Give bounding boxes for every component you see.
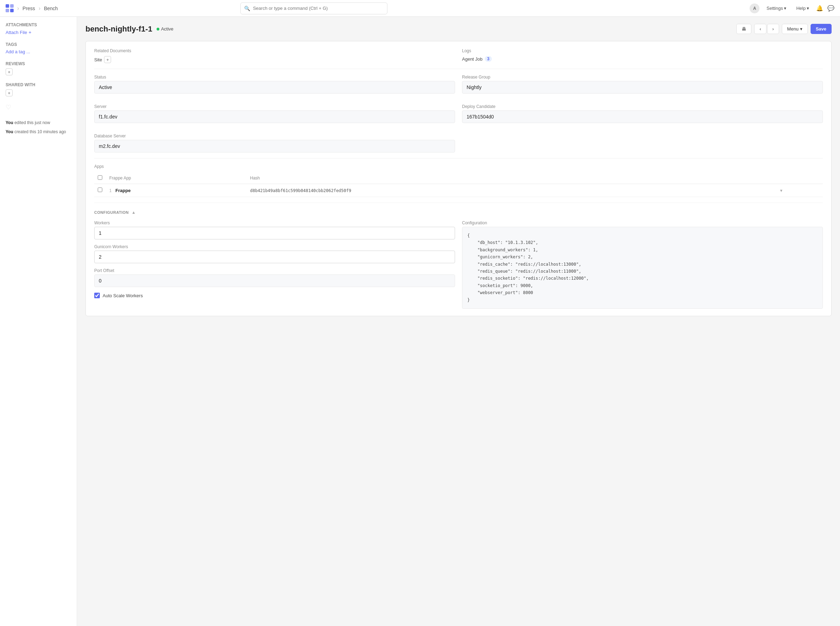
- deploy-candidate-label: Deploy Candidate: [462, 104, 823, 109]
- reviews-title: Reviews: [6, 61, 71, 66]
- related-docs-title: Related Documents: [94, 49, 455, 53]
- help-button[interactable]: Help ▾: [793, 4, 812, 12]
- attach-file-link[interactable]: Attach File +: [6, 30, 71, 35]
- col-checkbox: [94, 172, 106, 184]
- status-text: Active: [161, 26, 173, 31]
- breadcrumb-sep-1: ›: [17, 5, 19, 12]
- attach-add-icon: +: [28, 30, 31, 35]
- avatar[interactable]: A: [749, 3, 759, 13]
- row-action-cell: ▾: [777, 184, 823, 197]
- tags-section: Tags Add a tag ...: [6, 42, 71, 54]
- prev-button[interactable]: ‹: [754, 24, 766, 34]
- workers-field: Workers 1: [94, 221, 455, 239]
- row-dropdown-icon[interactable]: ▾: [780, 188, 782, 193]
- app-name[interactable]: Frappe: [116, 188, 131, 193]
- status-label: Status: [94, 75, 455, 80]
- apps-section: Apps Frappe App Hash: [94, 164, 823, 197]
- settings-button[interactable]: Settings ▾: [763, 4, 789, 12]
- row-hash-cell: d8b421b49a8bf61c599b048140cbb2062fed50f9: [247, 184, 777, 197]
- logo-dot-3: [6, 9, 9, 12]
- port-offset-value: 0: [94, 274, 455, 287]
- related-right: Logs Agent Job 3: [462, 49, 823, 63]
- apps-table: Frappe App Hash 1 Frappe d8b421b49a8bf61…: [94, 172, 823, 197]
- notifications-icon[interactable]: 🔔: [816, 5, 823, 12]
- page-wrapper: Attachments Attach File + Tags Add a tag…: [0, 17, 840, 626]
- add-site-button[interactable]: +: [104, 56, 111, 63]
- status-release-row: Status Active Release Group Nightly: [94, 75, 823, 99]
- search-bar[interactable]: 🔍: [240, 2, 387, 14]
- tags-title: Tags: [6, 42, 71, 47]
- logo-dot-4: [10, 9, 14, 12]
- main-content: bench-nightly-f1-1 Active 🖶 ‹ › Menu ▾ S…: [77, 17, 840, 626]
- add-tag-link[interactable]: Add a tag ...: [6, 49, 71, 54]
- add-shared-button[interactable]: +: [6, 89, 12, 96]
- deploy-candidate-field: Deploy Candidate 167b1504d0: [462, 104, 823, 123]
- server-value: f1.fc.dev: [94, 110, 455, 123]
- database-server-label: Database Server: [94, 133, 455, 138]
- release-group-value: Nightly: [462, 81, 823, 94]
- related-left: Related Documents Site +: [94, 49, 455, 63]
- related-docs-row: Related Documents Site + Logs Agent Job …: [94, 49, 823, 69]
- divider-1: [94, 158, 823, 158]
- shared-with-section: Shared With +: [6, 82, 71, 96]
- page-header: bench-nightly-f1-1 Active 🖶 ‹ › Menu ▾ S…: [86, 24, 832, 34]
- col-actions-header: [777, 172, 823, 184]
- status-badge: Active: [156, 26, 173, 31]
- select-all-checkbox[interactable]: [98, 175, 102, 180]
- config-title: CONFIGURATION: [94, 210, 129, 214]
- breadcrumb-sep-2: ›: [39, 5, 40, 12]
- activity-item-1: You created this 10 minutes ago: [6, 128, 71, 135]
- auto-scale-wrapper: Auto Scale Workers: [94, 293, 455, 298]
- auto-scale-label: Auto Scale Workers: [103, 293, 143, 298]
- app-hash: d8b421b49a8bf61c599b048140cbb2062fed50f9: [250, 188, 351, 193]
- main-card: Related Documents Site + Logs Agent Job …: [86, 41, 832, 316]
- status-field: Status Active: [94, 75, 455, 94]
- gunicorn-workers-value[interactable]: 2: [94, 250, 455, 263]
- server-deploy-row: Server f1.fc.dev Deploy Candidate 167b15…: [94, 104, 823, 128]
- print-button[interactable]: 🖶: [736, 24, 751, 34]
- configuration-section: CONFIGURATION ▲ Workers 1 Gunicorn Worke…: [94, 210, 823, 309]
- gunicorn-workers-label: Gunicorn Workers: [94, 244, 455, 249]
- breadcrumb-press[interactable]: Press: [22, 6, 35, 11]
- logo-dot-1: [6, 4, 9, 8]
- menu-button[interactable]: Menu ▾: [782, 24, 808, 34]
- release-group-label: Release Group: [462, 75, 823, 80]
- config-toggle-icon[interactable]: ▲: [132, 210, 136, 215]
- config-header: CONFIGURATION ▲: [94, 210, 823, 215]
- row-checkbox[interactable]: [98, 188, 102, 192]
- activity-item-0: You edited this just now: [6, 119, 71, 126]
- auto-scale-checkbox[interactable]: [94, 293, 100, 298]
- col-frappe-app-header: Frappe App: [106, 172, 247, 184]
- heart-icon[interactable]: ♡: [6, 103, 71, 111]
- next-button[interactable]: ›: [767, 24, 779, 34]
- status-value: Active: [94, 81, 455, 94]
- activity-section: You edited this just now You created thi…: [6, 119, 71, 135]
- save-button[interactable]: Save: [810, 24, 832, 34]
- breadcrumb-bench[interactable]: Bench: [44, 6, 58, 11]
- attachments-title: Attachments: [6, 22, 71, 27]
- header-actions: 🖶 ‹ › Menu ▾ Save: [736, 24, 832, 34]
- col-hash-header: Hash: [247, 172, 777, 184]
- table-row: 1 Frappe d8b421b49a8bf61c599b048140cbb20…: [94, 184, 823, 197]
- add-review-button[interactable]: +: [6, 68, 12, 75]
- page-title: bench-nightly-f1-1: [86, 25, 152, 34]
- deploy-candidate-value: 167b1504d0: [462, 110, 823, 123]
- nav-right: A Settings ▾ Help ▾ 🔔 💬: [749, 3, 834, 13]
- logs-title: Logs: [462, 49, 823, 53]
- workers-value[interactable]: 1: [94, 227, 455, 239]
- port-offset-field: Port Offset 0: [94, 268, 455, 287]
- search-icon: 🔍: [244, 6, 250, 11]
- agent-job-badge[interactable]: 3: [485, 56, 492, 62]
- top-nav: › Press › Bench 🔍 A Settings ▾ Help ▾ 🔔 …: [0, 0, 840, 17]
- config-grid: Workers 1 Gunicorn Workers 2 Port Offset…: [94, 221, 823, 309]
- row-number: 1: [109, 188, 112, 193]
- app-logo[interactable]: [6, 4, 14, 12]
- nav-arrows: ‹ ›: [754, 24, 779, 34]
- chat-icon[interactable]: 💬: [828, 5, 834, 12]
- gunicorn-workers-field: Gunicorn Workers 2: [94, 244, 455, 263]
- logo-dot-2: [10, 4, 14, 8]
- search-input[interactable]: [253, 6, 384, 11]
- config-json-label: Configuration: [462, 221, 823, 225]
- port-offset-label: Port Offset: [94, 268, 455, 273]
- config-right: Configuration { "db_host": "10.1.3.102",…: [462, 221, 823, 309]
